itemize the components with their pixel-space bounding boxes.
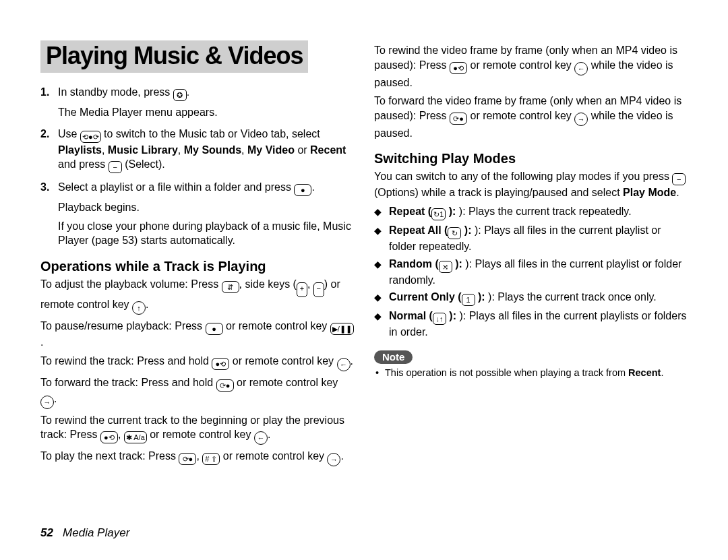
text: , side keys (	[239, 278, 297, 290]
text: To adjust the playback volume: Press	[40, 278, 222, 290]
op-pause: To pause/resume playback: Press ● or rem…	[40, 319, 354, 350]
text: or remote control key	[220, 450, 327, 462]
switch-modes-intro: You can switch to any of the following p…	[374, 169, 688, 200]
nav-right-icon: ⟳●	[450, 113, 467, 125]
text-bold: Recent	[628, 367, 661, 378]
text-bold: Play Mode	[623, 187, 676, 198]
nav-leftright-icon: ⟲●⟳	[80, 131, 101, 143]
random-icon: ⤨	[439, 261, 452, 273]
mode-normal: Normal (↓↑ ): ): Plays all files in the …	[374, 309, 688, 340]
page-title: Playing Music & Videos	[40, 40, 308, 73]
text-bold: ):	[452, 258, 462, 270]
text-bold: Current Only (	[389, 291, 462, 303]
text: Use	[58, 128, 80, 139]
star-key-icon: ✱ A/a	[124, 431, 147, 443]
softkey-icon: −	[672, 173, 686, 185]
mode-random: Random (⤨ ): ): Plays all files in the c…	[374, 257, 688, 288]
text-bold: Music Library	[108, 144, 178, 156]
text: .	[54, 393, 57, 404]
text: ,	[241, 144, 247, 156]
note-label: Note	[374, 350, 413, 364]
text: To forward the track: Press and hold	[40, 377, 216, 388]
text-bold: Random (	[389, 258, 439, 270]
text: .	[268, 429, 270, 440]
two-column-layout: Playing Music & Videos In standby mode, …	[40, 40, 688, 470]
text: or remote control key	[147, 429, 254, 440]
text: ): Plays the current track once only.	[485, 291, 657, 303]
text: .	[146, 299, 148, 310]
text: or	[295, 144, 310, 156]
text: ,	[307, 278, 313, 290]
page-footer: 52 Media Player	[40, 526, 129, 540]
text: or remote control key	[229, 355, 336, 367]
remote-next-icon: →	[40, 396, 54, 409]
text-bold: My Video	[247, 144, 295, 156]
nav-updown-icon: ⇵	[222, 281, 239, 293]
op-forward: To forward the track: Press and hold ⟳● …	[40, 375, 354, 409]
operations-heading: Operations while a Track is Playing	[40, 259, 354, 274]
op-prev-track: To rewind the current track to the begin…	[40, 413, 354, 445]
nav-left-icon: ●⟲	[450, 62, 467, 74]
text: You can switch to any of the following p…	[374, 170, 672, 182]
text: to switch to the Music tab or Video tab,…	[101, 128, 320, 139]
text: Playback begins.	[58, 200, 354, 215]
center-key-icon: ●	[206, 323, 223, 335]
text: .	[340, 450, 343, 462]
text-bold: Normal (	[389, 310, 433, 321]
remote-next-icon: →	[574, 113, 588, 126]
text-bold: My Sounds	[184, 144, 241, 156]
play-modes-list: Repeat (↻1 ): ): Plays the current track…	[374, 204, 688, 340]
text: In standby mode, press	[58, 86, 173, 98]
remote-prev-icon: ←	[337, 358, 351, 371]
text: To play the next track: Press	[40, 450, 179, 462]
sidekey-plus-icon: +	[297, 282, 307, 297]
text: ,	[178, 144, 184, 156]
text: .	[311, 181, 314, 193]
remote-prev-icon: ←	[574, 62, 588, 75]
switch-modes-heading: Switching Play Modes	[374, 151, 688, 166]
one-icon: 1	[462, 294, 475, 306]
mode-repeat-all: Repeat All (↻ ): ): Plays all files in t…	[374, 223, 688, 254]
remote-next-icon: →	[327, 453, 340, 466]
softkey-icon: −	[109, 161, 122, 173]
text: This operation is not possible when play…	[385, 367, 628, 378]
op-rewind: To rewind the track: Press and hold ●⟲ o…	[40, 354, 354, 371]
text: ,	[118, 429, 124, 440]
text-bold: ):	[446, 206, 456, 217]
text-bold: Repeat (	[389, 206, 431, 217]
text: To pause/resume playback: Press	[40, 320, 206, 332]
hash-key-icon: # ⇧	[202, 453, 220, 465]
center-key-icon: ●	[294, 184, 311, 196]
text-bold: ):	[446, 310, 456, 321]
text-bold: Playlists	[58, 144, 102, 156]
op-frame-forward: To forward the video frame by frame (onl…	[374, 94, 688, 140]
nav-right-icon: ⟳●	[216, 379, 234, 392]
op-next-track: To play the next track: Press ⟳●, # ⇧ or…	[40, 449, 354, 466]
text: ,	[102, 144, 108, 156]
section-name: Media Player	[63, 526, 129, 539]
text: .	[40, 336, 43, 348]
note-item: This operation is not possible when play…	[374, 367, 688, 379]
text: If you close your phone during playback …	[58, 219, 354, 248]
column-left: Playing Music & Videos In standby mode, …	[40, 40, 354, 470]
text: and press	[58, 158, 109, 170]
step-2: Use ⟲●⟳ to switch to the Music tab or Vi…	[40, 127, 354, 174]
text-bold: Recent	[310, 144, 346, 156]
step-1: In standby mode, press ✪. The Media Play…	[40, 85, 354, 120]
text: or remote control key	[467, 59, 574, 71]
text: or remote control key	[234, 377, 338, 388]
text: .	[187, 86, 189, 98]
text: .	[676, 187, 679, 198]
text: .	[661, 367, 663, 378]
steps-list: In standby mode, press ✪. The Media Play…	[40, 85, 354, 248]
op-volume: To adjust the playback volume: Press ⇵, …	[40, 277, 354, 315]
text-bold: ):	[461, 224, 471, 236]
text: To rewind the track: Press and hold	[40, 355, 212, 367]
remote-up-icon: ↑	[132, 301, 146, 315]
text: ): Plays the current track repeatedly.	[456, 206, 631, 217]
media-key-icon: ✪	[173, 89, 187, 101]
text: or remote control key	[223, 320, 330, 332]
op-frame-rewind: To rewind the video frame by frame (only…	[374, 43, 688, 90]
nav-left-icon: ●⟲	[212, 358, 229, 370]
text: Select a playlist or a file within a fol…	[58, 181, 294, 193]
